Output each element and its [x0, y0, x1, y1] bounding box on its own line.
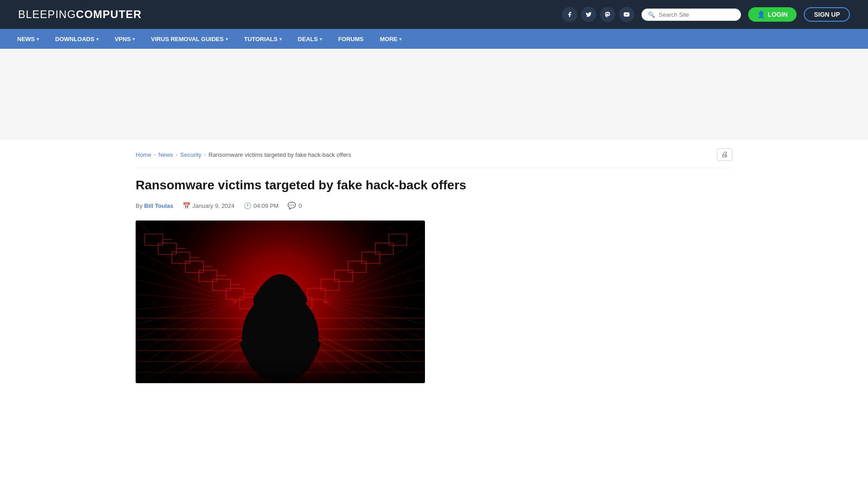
breadcrumb-news[interactable]: News: [158, 151, 173, 158]
author-prefix: By: [136, 202, 142, 209]
chevron-down-icon: ▾: [399, 37, 401, 42]
chevron-down-icon: ▾: [320, 37, 322, 42]
article-image: [136, 221, 425, 383]
author-info: By Bill Toulas: [136, 202, 174, 209]
nav-item-news[interactable]: NEWS ▾: [9, 29, 47, 49]
article-time: 🕐 04:09 PM: [244, 202, 279, 209]
comment-icon: 💬: [288, 202, 296, 210]
social-icons: [562, 7, 634, 22]
search-box: 🔍: [642, 9, 741, 21]
breadcrumb-home[interactable]: Home: [136, 151, 151, 158]
chevron-down-icon: ▾: [132, 37, 135, 42]
article-date: 📅 January 9, 2024: [183, 202, 235, 209]
search-input[interactable]: [659, 11, 735, 18]
chevron-right-icon: ›: [176, 152, 178, 157]
nav-bar: NEWS ▾ DOWNLOADS ▾ VPNS ▾ VIRUS REMOVAL …: [0, 29, 868, 49]
chevron-down-icon: ▾: [37, 37, 39, 42]
breadcrumb: Home › News › Security › Ransomware vict…: [136, 139, 732, 168]
article-title: Ransomware victims targeted by fake hack…: [136, 177, 561, 193]
main-layout: Ransomware victims targeted by fake hack…: [136, 168, 732, 383]
date-text: January 9, 2024: [193, 202, 235, 209]
article-meta: By Bill Toulas 📅 January 9, 2024 🕐 04:09…: [136, 202, 561, 210]
logo-bold: COMPUTER: [76, 8, 142, 20]
main-content: Ransomware victims targeted by fake hack…: [136, 168, 561, 383]
site-header: BLEEPINGCOMPUTER 🔍 👤 LOGIN SIGN UP: [0, 0, 868, 29]
breadcrumb-security[interactable]: Security: [180, 151, 202, 158]
clock-icon: 🕐: [244, 202, 251, 209]
logo-light: BLEEPING: [18, 8, 76, 20]
twitter-icon[interactable]: [581, 7, 596, 22]
breadcrumb-current: Ransomware victims targeted by fake hack…: [208, 151, 351, 158]
chevron-down-icon: ▾: [226, 37, 228, 42]
comment-count[interactable]: 💬 0: [288, 202, 302, 210]
header-right: 🔍 👤 LOGIN SIGN UP: [562, 7, 850, 22]
site-logo[interactable]: BLEEPINGCOMPUTER: [18, 8, 142, 21]
mastodon-icon[interactable]: [600, 7, 615, 22]
chevron-right-icon: ›: [204, 152, 206, 157]
nav-item-forums[interactable]: FORUMS: [330, 29, 372, 49]
print-button[interactable]: 🖨: [717, 148, 732, 161]
time-text: 04:09 PM: [254, 202, 279, 209]
chevron-right-icon: ›: [154, 152, 156, 157]
content-wrapper: Home › News › Security › Ransomware vict…: [118, 139, 750, 383]
chevron-down-icon: ▾: [279, 37, 282, 42]
nav-item-virus-removal[interactable]: VIRUS REMOVAL GUIDES ▾: [143, 29, 236, 49]
article-hero-image: [136, 221, 425, 383]
signup-button[interactable]: SIGN UP: [804, 7, 850, 22]
calendar-icon: 📅: [183, 202, 190, 209]
nav-item-deals[interactable]: DEALS ▾: [290, 29, 330, 49]
user-icon: 👤: [757, 11, 765, 18]
breadcrumb-actions: 🖨: [717, 148, 732, 161]
author-link[interactable]: Bill Toulas: [144, 202, 174, 209]
nav-item-downloads[interactable]: DOWNLOADS ▾: [47, 29, 107, 49]
advertisement-banner: [0, 49, 868, 139]
login-button[interactable]: 👤 LOGIN: [748, 7, 797, 22]
chevron-down-icon: ▾: [96, 37, 99, 42]
search-icon: 🔍: [648, 11, 655, 18]
sidebar: [579, 168, 732, 383]
nav-item-tutorials[interactable]: TUTORIALS ▾: [236, 29, 290, 49]
youtube-icon[interactable]: [619, 7, 634, 22]
comment-number: 0: [298, 202, 302, 209]
nav-item-more[interactable]: MORE ▾: [372, 29, 410, 49]
nav-item-vpns[interactable]: VPNS ▾: [107, 29, 143, 49]
facebook-icon[interactable]: [562, 7, 577, 22]
